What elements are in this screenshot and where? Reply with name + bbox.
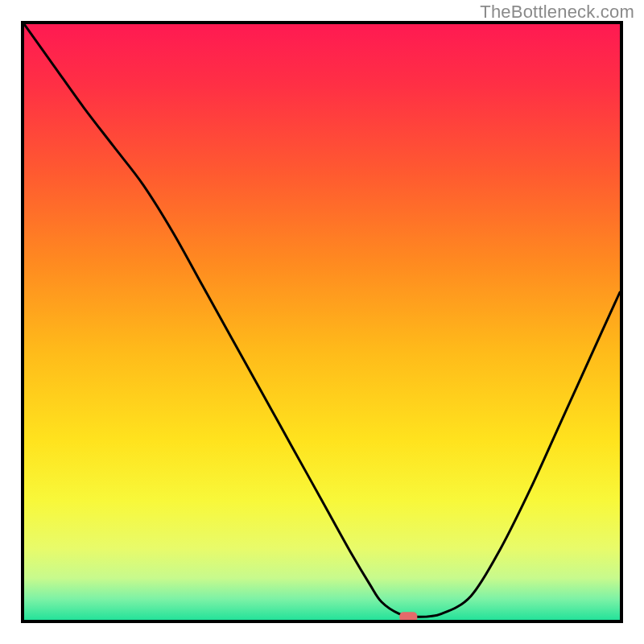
watermark-text: TheBottleneck.com <box>480 2 634 23</box>
chart-frame <box>21 21 623 623</box>
gradient-background <box>24 24 620 620</box>
bottleneck-plot <box>24 24 620 620</box>
optimal-marker <box>399 612 417 620</box>
